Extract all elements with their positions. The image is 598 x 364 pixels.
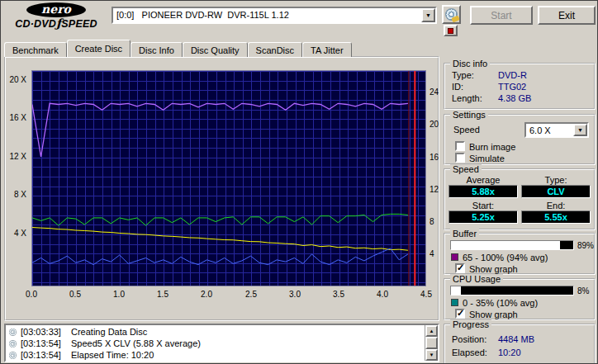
axis-tick-label: 2.5 (245, 290, 257, 299)
log-line[interactable]: [03:13:54]Speed5 X CLV (5.88 X average) (6, 338, 425, 349)
simulate-checkbox[interactable] (455, 153, 465, 163)
series-purple-line (32, 103, 408, 157)
axis-tick-label: 12 X (9, 152, 26, 161)
disc-icon (9, 329, 17, 336)
chart-panel: 20 X16 X12 X8 X4 X 2420161284 0.00.51.01… (4, 56, 439, 321)
position-label: Position: (452, 334, 486, 344)
scroll-thumb[interactable] (425, 337, 438, 349)
axis-tick-label: 0.5 (69, 290, 81, 299)
log-message: Creating Data Disc (71, 327, 147, 337)
axis-tick-label: 4.5 (420, 290, 432, 299)
disc-id-value: TTG02 (498, 82, 526, 92)
axis-tick-label: 3.0 (289, 290, 301, 299)
scroll-down-icon[interactable]: ▼ (425, 349, 438, 361)
axis-tick-label: 3.5 (333, 290, 344, 299)
settings-title: Settings (450, 110, 488, 120)
tab-ta-jitter[interactable]: TA Jitter (302, 42, 352, 57)
disc-tool-button[interactable] (442, 5, 461, 24)
chevron-down-icon[interactable]: ▼ (421, 8, 435, 22)
disc-icon (9, 352, 17, 359)
buffer-color-swatch (451, 253, 458, 261)
cpu-meter (450, 286, 574, 295)
cpu-title: CPU Usage (450, 274, 503, 284)
speed-group-title: Speed (450, 164, 482, 174)
x-axis: 0.00.51.01.52.02.53.03.54.04.5 (31, 290, 426, 300)
speed-select-value: 6.0 X (529, 125, 551, 135)
position-value: 4484 MB (498, 334, 534, 344)
chevron-down-icon[interactable]: ▼ (573, 124, 587, 136)
disc-length-value: 4.38 GB (498, 93, 531, 103)
scroll-up-icon[interactable]: ▲ (425, 325, 438, 337)
chart-canvas (32, 71, 425, 286)
axis-tick-label: 24 (430, 87, 439, 97)
log-line[interactable]: [03:03:33]Creating Data Disc (6, 326, 425, 338)
tab-disc-info[interactable]: Disc Info (131, 42, 183, 57)
cpu-show-graph-checkbox[interactable] (455, 309, 465, 319)
tab-create-disc[interactable]: Create Disc (67, 40, 131, 57)
speed-type-display: CLV (521, 185, 591, 198)
buffer-title: Buffer (450, 229, 479, 239)
y-axis-right: 2420161284 (428, 70, 440, 286)
buffer-group: Buffer 89% 65 - 100% (94% avg) Show grap… (444, 233, 596, 275)
burn-image-checkbox[interactable] (455, 141, 465, 151)
log-timestamp: [03:13:54] (21, 350, 67, 360)
tab-benchmark[interactable]: Benchmark (4, 42, 67, 57)
axis-tick-label: 8 X (14, 190, 26, 199)
series-blue-line (32, 248, 408, 265)
settings-group: Settings Speed 6.0 X ▼ Burn image Simula… (444, 114, 596, 165)
series-yellow-line (32, 228, 408, 251)
log-timestamp: [03:13:54] (21, 338, 67, 348)
tab-strip: BenchmarkCreate DiscDisc InfoDisc Qualit… (4, 40, 352, 57)
elapsed-value: 10:20 (498, 347, 521, 357)
disc-info-title: Disc info (450, 59, 490, 69)
buffer-range-text: 65 - 100% (94% avg) (463, 253, 548, 262)
nero-logo: nero CD·DVDƒSPEED (4, 2, 108, 29)
cpu-group: CPU Usage 8% 0 - 35% (10% avg) Show grap… (444, 278, 596, 320)
average-label: Average (448, 175, 518, 185)
log-message: Elapsed Time: 10:20 (71, 350, 154, 360)
chart-plot (31, 70, 426, 286)
cpu-range-text: 0 - 35% (10% avg) (463, 298, 538, 308)
drive-select[interactable]: [0:0] PIONEER DVD-RW DVR-115L 1.12 ▼ (112, 7, 437, 24)
axis-tick-label: 12 (430, 185, 439, 194)
tab-scandisc[interactable]: ScanDisc (248, 42, 302, 57)
disc-type-value: DVD-R (498, 70, 527, 80)
start-speed-display: 5.25x (448, 210, 518, 224)
axis-tick-label: 20 X (9, 75, 26, 84)
cpu-color-swatch (451, 299, 458, 306)
exit-button[interactable]: Exit (538, 6, 596, 25)
axis-tick-label: 2.0 (201, 290, 212, 299)
tab-disc-quality[interactable]: Disc Quality (183, 42, 248, 57)
axis-tick-label: 8 (430, 217, 434, 226)
product-name-right: SPEED (61, 18, 97, 30)
axis-tick-label: 4.0 (377, 290, 388, 299)
elapsed-label: Elapsed: (452, 347, 487, 357)
log-line[interactable]: [03:13:54]Elapsed Time: 10:20 (6, 349, 425, 361)
average-speed-display: 5.88x (448, 185, 518, 198)
buffer-show-graph-checkbox[interactable] (455, 263, 465, 273)
drive-select-value: [0:0] PIONEER DVD-RW DVR-115L 1.12 (116, 10, 289, 20)
start-speed-label: Start: (448, 201, 518, 210)
end-speed-label: End: (521, 201, 591, 210)
axis-tick-label: 16 X (9, 113, 26, 122)
app-window: nero CD·DVDƒSPEED [0:0] PIONEER DVD-RW D… (0, 0, 598, 364)
disc-id-label: ID: (452, 82, 463, 92)
log-scrollbar[interactable]: ▲ ▼ (425, 325, 438, 361)
cpu-show-graph-label: Show graph (469, 310, 518, 319)
type-label: Type: (521, 175, 591, 185)
log-message: Speed5 X CLV (5.88 X average) (71, 338, 201, 348)
small-tool-button[interactable] (444, 25, 458, 36)
cpu-percent: 8% (577, 286, 589, 295)
axis-tick-label: 1.5 (157, 290, 168, 299)
end-speed-display: 5.55x (521, 210, 591, 224)
product-name-left: CD·DVD (15, 18, 56, 30)
cpu-meter-fill (451, 286, 461, 295)
speed-select[interactable]: 6.0 X ▼ (524, 122, 589, 138)
log-panel: [03:03:33]Creating Data Disc[03:13:54]Sp… (4, 324, 439, 362)
buffer-show-graph-label: Show graph (469, 264, 518, 274)
burn-image-label: Burn image (469, 142, 515, 152)
disc-hand-icon (445, 8, 458, 21)
red-dot-icon (448, 28, 453, 34)
simulate-label: Simulate (469, 154, 505, 163)
start-button[interactable]: Start (470, 6, 533, 25)
